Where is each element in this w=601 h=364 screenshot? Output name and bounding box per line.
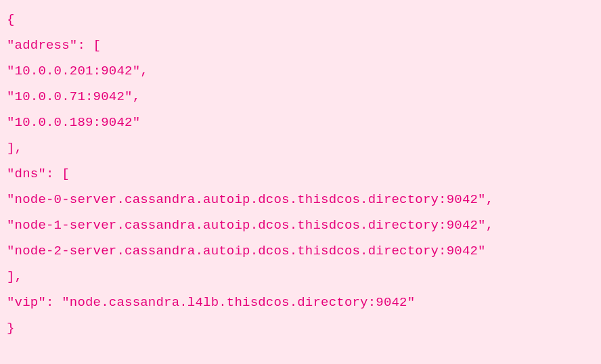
code-line: "address": [ <box>7 38 101 53</box>
code-line: "10.0.0.71:9042", <box>7 89 140 104</box>
code-line: "node-1-server.cassandra.autoip.dcos.thi… <box>7 218 493 233</box>
code-line: "vip": "node.cassandra.l4lb.thisdcos.dir… <box>7 295 415 310</box>
code-line: ], <box>7 269 22 284</box>
code-line: "10.0.0.201:9042", <box>7 64 148 78</box>
code-line: } <box>7 321 15 336</box>
code-line: "10.0.0.189:9042" <box>7 115 140 130</box>
code-line: "node-0-server.cassandra.autoip.dcos.thi… <box>7 192 493 207</box>
code-line: "node-2-server.cassandra.autoip.dcos.thi… <box>7 244 486 258</box>
code-line: "dns": [ <box>7 166 70 181</box>
code-line: { <box>7 12 15 27</box>
code-block: { "address": [ "10.0.0.201:9042", "10.0.… <box>0 0 601 348</box>
code-line: ], <box>7 141 22 156</box>
